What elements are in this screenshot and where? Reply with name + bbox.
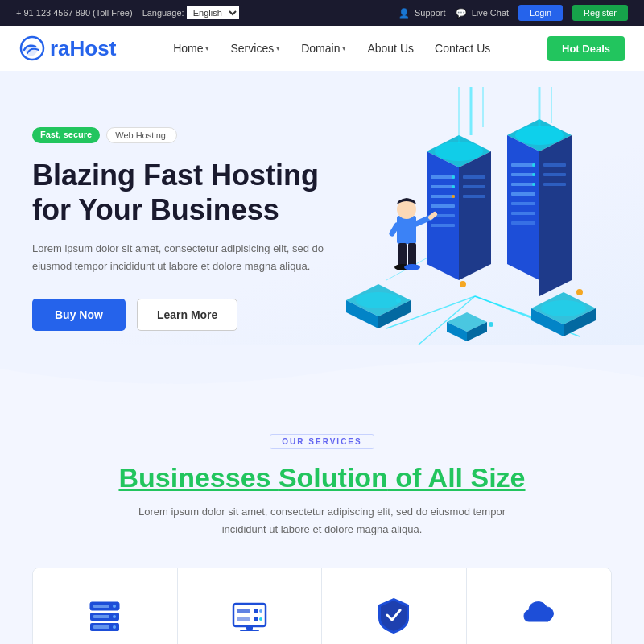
svg-rect-14: [431, 224, 455, 227]
dedicated-server-icon: [229, 594, 270, 636]
logo[interactable]: raHost: [19, 35, 116, 61]
hero-description: Lorem ipsum dolor sit amet, consectetur …: [32, 240, 354, 275]
chevron-down-icon: ▾: [276, 44, 280, 52]
navbar: raHost Home ▾ Services ▾ Domain ▾ About …: [0, 26, 644, 71]
svg-marker-24: [539, 135, 572, 296]
svg-point-33: [532, 173, 535, 176]
card-dedicated-server[interactable]: Dedicated Server: [178, 568, 323, 644]
services-headline: Businesses Solution of All Size: [32, 462, 612, 493]
services-section: OUR SERVICES Businesses Solution of All …: [0, 393, 644, 644]
svg-rect-30: [511, 212, 535, 215]
login-button[interactable]: Login: [518, 5, 563, 21]
svg-rect-44: [398, 243, 407, 267]
nav-links: Home ▾ Services ▾ Domain ▾ About Us Cont…: [165, 37, 498, 60]
svg-point-15: [452, 175, 455, 179]
svg-rect-31: [511, 221, 535, 225]
top-bar-left: + 91 123 4567 890 (Toll Free) Language: …: [16, 6, 239, 19]
svg-point-74: [113, 625, 116, 629]
svg-rect-77: [93, 625, 109, 629]
svg-point-51: [356, 292, 401, 308]
svg-marker-8: [459, 151, 491, 280]
svg-rect-29: [511, 202, 535, 205]
hero-buttons: Buy Now Learn More: [32, 299, 354, 331]
svg-point-16: [452, 185, 455, 188]
svg-rect-19: [463, 185, 485, 188]
svg-rect-79: [237, 609, 250, 613]
nav-contact[interactable]: Contact Us: [427, 37, 498, 60]
hot-deals-button[interactable]: Hot Deals: [547, 36, 625, 61]
svg-line-42: [431, 214, 435, 217]
svg-point-82: [254, 617, 258, 621]
svg-rect-45: [408, 243, 416, 267]
chevron-down-icon: ▾: [205, 44, 209, 52]
hero-section: Fast, secure Web Hosting. Blazing Fast H…: [0, 71, 644, 345]
svg-point-38: [515, 126, 564, 145]
svg-point-83: [259, 609, 262, 613]
cloud-hosting-icon: [518, 594, 559, 636]
card-sitelock[interactable]: SiteLock: [322, 568, 467, 644]
support-icon: 👤: [398, 8, 410, 18]
nav-domain[interactable]: Domain ▾: [293, 37, 354, 60]
sitelock-icon: [373, 594, 415, 636]
svg-rect-86: [240, 630, 259, 631]
svg-rect-18: [463, 175, 485, 179]
card-cloud-hosting[interactable]: Cloud Hosting: [467, 568, 612, 644]
svg-rect-28: [511, 192, 535, 196]
svg-point-61: [396, 298, 401, 303]
svg-rect-80: [237, 617, 250, 621]
card-shared-hosting[interactable]: Shared Hosting: [33, 568, 178, 644]
svg-rect-27: [511, 183, 535, 186]
logo-icon: [19, 35, 45, 61]
svg-rect-20: [463, 195, 485, 198]
svg-point-59: [460, 281, 466, 287]
svg-marker-23: [507, 135, 539, 280]
hero-badges: Fast, secure Web Hosting.: [32, 127, 354, 143]
svg-point-72: [113, 615, 116, 618]
livechat-link[interactable]: 💬 Live Chat: [456, 8, 510, 19]
hero-content: Fast, secure Web Hosting. Blazing Fast H…: [32, 119, 354, 331]
svg-rect-11: [431, 195, 455, 198]
svg-rect-9: [431, 175, 455, 179]
server-svg: [322, 87, 628, 345]
svg-rect-75: [93, 605, 109, 608]
services-description: Lorem ipsum dolor sit amet, consectetur …: [121, 503, 523, 539]
nav-about[interactable]: About Us: [359, 37, 422, 60]
svg-rect-25: [511, 163, 535, 167]
badge-web: Web Hosting.: [106, 127, 177, 143]
top-bar-right: 👤 Support 💬 Live Chat Login Register: [398, 5, 628, 21]
logo-text: raHost: [50, 36, 116, 61]
svg-rect-12: [431, 204, 455, 208]
buy-now-button[interactable]: Buy Now: [32, 299, 126, 331]
chevron-down-icon: ▾: [342, 44, 346, 52]
nav-services[interactable]: Services ▾: [222, 37, 288, 60]
svg-point-84: [259, 617, 262, 621]
svg-point-34: [532, 183, 535, 186]
support-link[interactable]: 👤 Support: [398, 8, 446, 19]
svg-rect-36: [543, 173, 566, 176]
nav-home[interactable]: Home ▾: [165, 37, 217, 60]
svg-rect-26: [511, 173, 535, 176]
badge-fast: Fast, secure: [32, 127, 100, 143]
services-cards-row1: Shared Hosting Dedicated Server: [32, 568, 612, 644]
svg-point-47: [404, 264, 420, 270]
svg-rect-85: [246, 626, 253, 630]
shared-hosting-icon: [84, 594, 126, 636]
svg-point-81: [254, 609, 258, 613]
register-button[interactable]: Register: [572, 5, 628, 21]
svg-line-43: [392, 225, 397, 233]
svg-point-17: [452, 195, 455, 198]
svg-rect-35: [543, 163, 566, 167]
language-select[interactable]: English: [187, 6, 239, 19]
chat-icon: 💬: [456, 8, 467, 18]
wave-divider: [0, 345, 644, 393]
learn-more-button[interactable]: Learn More: [137, 299, 237, 331]
svg-rect-78: [233, 604, 266, 626]
svg-point-62: [489, 322, 493, 327]
svg-point-55: [541, 300, 586, 316]
svg-point-70: [113, 605, 116, 608]
hero-illustration: [322, 87, 628, 345]
svg-rect-39: [397, 216, 416, 244]
svg-rect-37: [543, 183, 566, 186]
svg-point-21: [435, 142, 483, 161]
svg-point-60: [576, 289, 583, 295]
